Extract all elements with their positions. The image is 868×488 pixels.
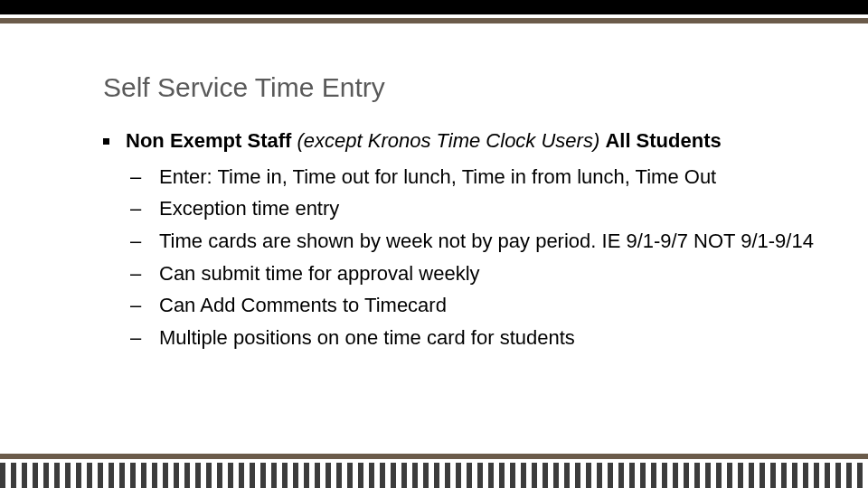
sub-bullet: –Can submit time for approval weekly — [145, 260, 814, 287]
main-part3: All Students — [605, 129, 721, 152]
bottom-stripe-pattern — [0, 463, 868, 488]
main-part1: Non Exempt Staff — [126, 129, 297, 152]
slide-content: Self Service Time Entry Non Exempt Staff… — [103, 72, 814, 357]
top-border — [0, 0, 868, 23]
top-black-bar — [0, 0, 868, 14]
bottom-border — [0, 454, 868, 488]
main-part2: (except Kronos Time Clock Users) — [297, 129, 605, 152]
sub-bullet: –Exception time entry — [145, 195, 814, 222]
square-bullet-icon — [103, 138, 109, 145]
sub-bullet: –Can Add Comments to Timecard — [145, 292, 814, 319]
sub-text: Exception time entry — [159, 197, 339, 220]
sub-text: Can submit time for approval weekly — [159, 262, 480, 285]
slide-title: Self Service Time Entry — [103, 72, 814, 103]
bottom-brown-bar — [0, 454, 868, 459]
bullet-row: Non Exempt Staff (except Kronos Time Clo… — [103, 128, 814, 155]
sub-bullet: –Enter: Time in, Time out for lunch, Tim… — [145, 164, 814, 191]
main-bullet-text: Non Exempt Staff (except Kronos Time Clo… — [126, 128, 722, 155]
top-brown-bar — [0, 18, 868, 23]
sub-text: Enter: Time in, Time out for lunch, Time… — [159, 165, 716, 188]
sub-text: Multiple positions on one time card for … — [159, 326, 575, 349]
sub-bullet: –Multiple positions on one time card for… — [145, 324, 814, 352]
sub-bullet: –Time cards are shown by week not by pay… — [145, 228, 814, 255]
sub-text: Time cards are shown by week not by pay … — [159, 230, 814, 252]
sub-text: Can Add Comments to Timecard — [159, 294, 447, 316]
